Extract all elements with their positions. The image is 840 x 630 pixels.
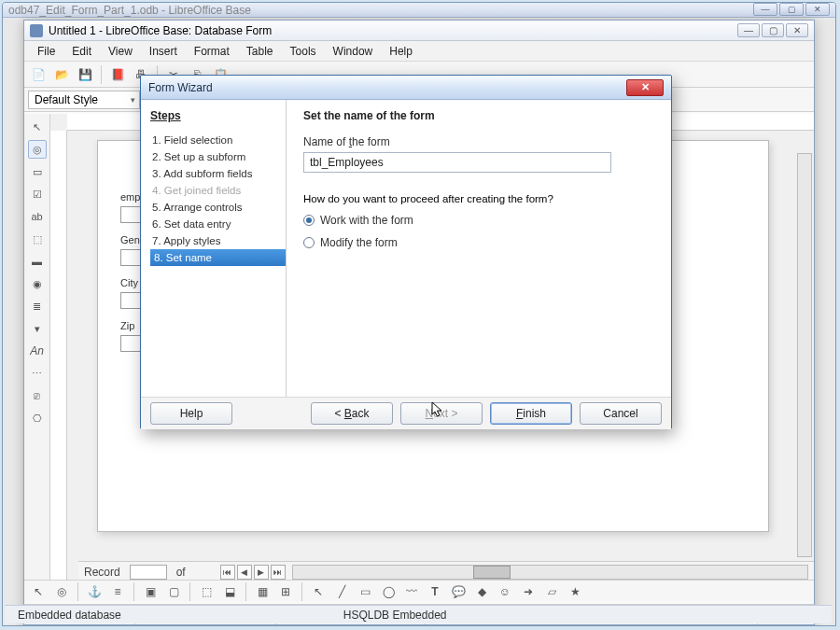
record-of-label: of (171, 566, 191, 579)
flowchart-tool[interactable]: ▱ (541, 581, 562, 602)
menu-window[interactable]: Window (326, 43, 381, 60)
label-zip: Zip (120, 320, 134, 331)
stars-tool[interactable]: ★ (565, 581, 585, 602)
app-icon (30, 24, 43, 37)
send-back-tool[interactable]: ▢ (163, 581, 184, 602)
bring-front-tool[interactable]: ▣ (140, 581, 161, 602)
nav-prev-button[interactable]: ◀ (237, 565, 252, 580)
snap-tool[interactable]: ⊞ (275, 581, 296, 602)
label-tool[interactable]: An (28, 342, 47, 360)
textbox-tool[interactable]: ab (28, 207, 47, 226)
nav-last-button[interactable]: ⏭ (271, 565, 286, 580)
menu-format[interactable]: Format (187, 43, 237, 60)
save-button[interactable]: 💾 (75, 64, 95, 85)
step-1[interactable]: 1. Field selection (150, 132, 286, 148)
freeform-tool[interactable]: 〰 (401, 581, 422, 602)
paragraph-style-select[interactable]: Default Style (28, 91, 140, 109)
option-tool[interactable]: ◉ (28, 274, 47, 293)
form-wizard-dialog: Form Wizard ✕ Steps 1. Field selection 2… (140, 75, 672, 429)
align-tool[interactable]: ≡ (107, 581, 128, 602)
rect-tool[interactable]: ▭ (355, 581, 375, 602)
finish-button[interactable]: Finish (490, 402, 572, 425)
next-button: Next > (400, 402, 483, 425)
doc-maximize-button[interactable]: ▢ (762, 23, 784, 37)
wizard-steps-panel: Steps 1. Field selection 2. Set up a sub… (141, 100, 287, 397)
more-tool[interactable]: ⋯ (28, 364, 47, 383)
step-4: 4. Get joined fields (150, 182, 286, 199)
menu-tools[interactable]: Tools (283, 43, 324, 60)
back-button[interactable]: < Back (311, 402, 393, 425)
doc-title: Untitled 1 - LibreOffice Base: Database … (49, 24, 272, 37)
radio-icon (303, 215, 315, 226)
outer-minimize-button[interactable]: — (753, 3, 777, 16)
grid-tool[interactable]: ▦ (252, 581, 273, 602)
select-tool-2[interactable]: ↖ (308, 581, 329, 602)
wizard-main-panel: Set the name of the form Name of the for… (287, 100, 671, 397)
record-label: Record (78, 566, 126, 579)
form-name-input[interactable] (303, 152, 611, 173)
step-2[interactable]: 2. Set up a subform (150, 148, 286, 165)
step-5[interactable]: 5. Arrange controls (150, 199, 286, 216)
ellipse-tool[interactable]: ◯ (378, 581, 399, 602)
doc-close-button[interactable]: ✕ (786, 23, 808, 37)
wizard-page-heading: Set the name of the form (303, 109, 654, 122)
drawing-toolbar: ↖ ◎ ⚓ ≡ ▣ ▢ ⬚ ⬓ ▦ ⊞ ↖ ╱ ▭ ◯ 〰 T 💬 ◆ ☺ ➜ … (24, 580, 814, 602)
embedded-left: Embedded database (5, 609, 134, 622)
callout-tool[interactable]: 💬 (448, 581, 469, 602)
anchor-tool[interactable]: ⚓ (84, 581, 105, 602)
menu-view[interactable]: View (101, 43, 140, 60)
record-number-input[interactable] (130, 565, 167, 580)
wizard-close-button[interactable]: ✕ (626, 79, 664, 96)
menu-file[interactable]: File (30, 43, 63, 60)
line-tool[interactable]: ╱ (331, 581, 352, 602)
outer-maximize-button[interactable]: ▢ (779, 3, 804, 16)
export-pdf-button[interactable]: 📕 (107, 64, 128, 85)
menu-help[interactable]: Help (382, 43, 420, 60)
ungroup-tool[interactable]: ⬓ (219, 581, 240, 602)
step-7[interactable]: 7. Apply styles (150, 232, 286, 249)
new-doc-button[interactable]: 📄 (28, 64, 49, 85)
listbox-tool[interactable]: ≣ (28, 297, 47, 315)
wizard-button-bar: Help < Back Next > Finish Cancel (141, 397, 671, 429)
outer-close-button[interactable]: ✕ (805, 3, 830, 16)
horizontal-scrollbar[interactable] (292, 565, 808, 580)
menu-edit[interactable]: Edit (64, 43, 99, 60)
design-toggle-2[interactable]: ◎ (51, 581, 72, 602)
wizard-titlebar[interactable]: Form Wizard ✕ (141, 76, 671, 100)
select-tool[interactable]: ↖ (28, 118, 47, 136)
symbol-shapes-tool[interactable]: ☺ (495, 581, 515, 602)
vertical-scrollbar[interactable] (797, 153, 812, 557)
proceed-question: How do you want to proceed after creatin… (303, 193, 654, 204)
embedded-db-bar: Embedded database HSQLDB Embedded (5, 605, 832, 623)
nav-next-button[interactable]: ▶ (254, 565, 269, 580)
menubar: File Edit View Insert Format Table Tools… (24, 41, 814, 62)
menu-insert[interactable]: Insert (142, 43, 185, 60)
form-nav-tool[interactable]: ⎚ (28, 386, 47, 405)
radio-modify-form[interactable]: Modify the form (303, 236, 654, 249)
design-mode-toggle[interactable]: ◎ (28, 140, 47, 159)
doc-minimize-button[interactable]: — (737, 23, 760, 37)
form-design-tool[interactable]: ⎔ (28, 409, 47, 427)
cancel-button[interactable]: Cancel (580, 402, 662, 425)
menu-table[interactable]: Table (239, 43, 281, 60)
help-button[interactable]: Help (150, 402, 232, 425)
step-3[interactable]: 3. Add subform fields (150, 165, 286, 182)
open-button[interactable]: 📂 (51, 64, 72, 85)
arrows-tool[interactable]: ➜ (518, 581, 539, 602)
checkbox-tool[interactable]: ☑ (28, 185, 47, 203)
combo-tool[interactable]: ▾ (28, 319, 47, 338)
radio-work-with-form[interactable]: Work with the form (303, 214, 654, 227)
shapes-tool[interactable]: ◆ (471, 581, 492, 602)
step-6[interactable]: 6. Set data entry (150, 216, 286, 232)
arrow-tool[interactable]: ↖ (28, 581, 49, 602)
step-8[interactable]: 8. Set name (150, 249, 286, 266)
format-tool[interactable]: ⬚ (28, 230, 47, 248)
embedded-right: HSQLDB Embedded (330, 609, 460, 622)
form-name-label: Name of the form (303, 135, 654, 148)
doc-titlebar: Untitled 1 - LibreOffice Base: Database … (24, 21, 814, 41)
text-tool[interactable]: T (425, 581, 445, 602)
pushbutton-tool[interactable]: ▬ (28, 252, 47, 271)
group-tool[interactable]: ⬚ (196, 581, 217, 602)
nav-first-button[interactable]: ⏮ (220, 565, 235, 580)
control-tool[interactable]: ▭ (28, 162, 47, 181)
